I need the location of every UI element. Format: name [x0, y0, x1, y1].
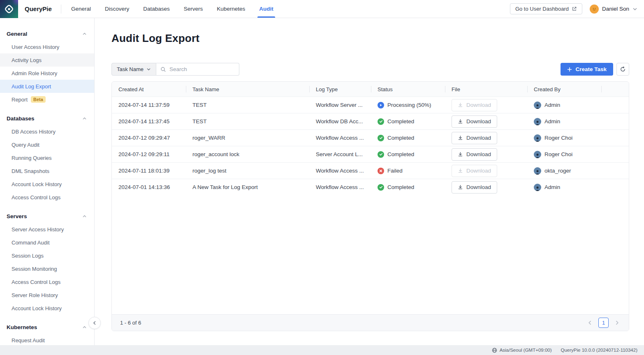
- sidebar-item-account-lock-history[interactable]: Account Lock History: [0, 178, 94, 191]
- page-title: Audit Log Export: [111, 32, 629, 45]
- search-filter-group: Task Name: [111, 63, 239, 76]
- previous-page-button[interactable]: [586, 319, 593, 326]
- sidebar-section-header-servers[interactable]: Servers: [0, 210, 94, 223]
- download-button[interactable]: Download: [452, 115, 497, 128]
- cell-task-name: TEST: [186, 113, 309, 129]
- table-header-row: Created AtTask NameLog TypeStatusFileCre…: [112, 82, 629, 97]
- cell-created-by: Roger Choi: [527, 146, 601, 162]
- sidebar-item-query-audit[interactable]: Query Audit: [0, 138, 94, 151]
- download-label: Download: [466, 135, 491, 141]
- chevron-up-icon: [82, 32, 87, 36]
- cell-created-by: okta_roger: [527, 163, 601, 179]
- cell-status: Completed: [371, 113, 445, 129]
- download-button[interactable]: Download: [452, 181, 497, 194]
- download-label: Download: [466, 118, 491, 124]
- nav-tab-servers[interactable]: Servers: [184, 0, 203, 18]
- creator-name: Admin: [544, 118, 560, 124]
- cell-created-at: 2024-07-12 09:29:11: [112, 146, 186, 162]
- creator-avatar: [534, 134, 541, 142]
- status-processing-icon: [378, 102, 384, 108]
- sidebar-item-access-control-logs[interactable]: Access Control Logs: [0, 275, 94, 288]
- sidebar: GeneralUser Access HistoryActivity LogsA…: [0, 18, 95, 345]
- current-page-button[interactable]: 1: [598, 318, 609, 328]
- user-name: Daniel Son: [602, 6, 629, 12]
- sidebar-item-session-logs[interactable]: Session Logs: [0, 249, 94, 262]
- table-row: 2024-07-12 09:29:47 roger_WARR Workflow …: [112, 129, 629, 146]
- cell-status: Processing (50%): [371, 97, 445, 113]
- cell-actions: [601, 130, 629, 146]
- nav-tab-general[interactable]: General: [71, 0, 91, 18]
- download-icon: [458, 168, 463, 173]
- cell-actions: [601, 163, 629, 179]
- nav-tab-databases[interactable]: Databases: [143, 0, 170, 18]
- download-button[interactable]: Download: [452, 99, 497, 111]
- querypie-logo-icon[interactable]: [0, 0, 18, 18]
- sidebar-item-dml-snapshots[interactable]: DML Snapshots: [0, 164, 94, 178]
- sidebar-section-header-kubernetes[interactable]: Kubernetes: [0, 320, 94, 334]
- sidebar-section-header-databases[interactable]: Databases: [0, 112, 94, 125]
- timezone-indicator[interactable]: Asia/Seoul (GMT+09:00): [492, 348, 552, 353]
- sidebar-item-label: Access Control Logs: [12, 194, 60, 201]
- cell-task-name: roger_log test: [186, 163, 309, 179]
- sidebar-item-access-control-logs[interactable]: Access Control Logs: [0, 191, 94, 204]
- refresh-icon: [620, 66, 626, 72]
- sidebar-item-server-access-history[interactable]: Server Access History: [0, 223, 94, 236]
- sidebar-collapse-button[interactable]: [88, 317, 101, 329]
- status-completed-icon: [378, 184, 384, 191]
- cell-created-at: 2024-07-12 09:29:47: [112, 130, 186, 146]
- search-input[interactable]: [169, 66, 231, 72]
- sidebar-item-running-queries[interactable]: Running Queries: [0, 151, 94, 164]
- table-row: 2024-07-11 18:01:39 roger_log test Workf…: [112, 162, 629, 179]
- cell-log-type: Workflow Access ...: [309, 130, 371, 146]
- person-icon: [535, 104, 540, 109]
- sidebar-item-label: Session Monitoring: [12, 266, 57, 272]
- download-button[interactable]: Download: [452, 132, 497, 144]
- download-button[interactable]: Download: [452, 148, 497, 161]
- sidebar-item-db-access-history[interactable]: DB Access History: [0, 125, 94, 138]
- filter-field-select[interactable]: Task Name: [111, 63, 156, 76]
- creator-avatar: [534, 151, 541, 158]
- sidebar-item-user-access-history[interactable]: User Access History: [0, 40, 94, 53]
- sidebar-item-session-monitoring[interactable]: Session Monitoring: [0, 262, 94, 275]
- sidebar-section-header-general[interactable]: General: [0, 27, 94, 40]
- person-icon: [535, 169, 540, 175]
- sidebar-item-label: Report: [12, 97, 28, 103]
- sidebar-item-label: Session Logs: [12, 253, 44, 259]
- sidebar-item-activity-logs[interactable]: Activity Logs: [0, 53, 94, 67]
- sidebar-item-server-role-history[interactable]: Server Role History: [0, 288, 94, 302]
- cell-actions: [601, 97, 629, 113]
- create-task-button[interactable]: Create Task: [561, 63, 613, 76]
- sidebar-item-label: Account Lock History: [12, 181, 62, 187]
- column-header-log-type: Log Type: [309, 82, 371, 97]
- sidebar-item-audit-log-export[interactable]: Audit Log Export: [0, 80, 94, 93]
- sidebar-item-admin-role-history[interactable]: Admin Role History: [0, 67, 94, 80]
- table-row: 2024-07-12 09:29:11 roger_account lock S…: [112, 146, 629, 162]
- go-to-user-dashboard-button[interactable]: Go to User Dashboard: [510, 3, 582, 14]
- cell-log-type: Workflow Access ...: [309, 163, 371, 179]
- cell-status: Completed: [371, 179, 445, 195]
- sidebar-item-report[interactable]: ReportBeta: [0, 93, 94, 106]
- sidebar-item-command-audit[interactable]: Command Audit: [0, 236, 94, 249]
- creator-name: Roger Choi: [544, 151, 572, 157]
- status-label: Completed: [387, 135, 414, 141]
- creator-name: okta_roger: [544, 168, 571, 174]
- download-button[interactable]: Download: [452, 165, 497, 177]
- status-label: Failed: [387, 168, 403, 174]
- section-label: Databases: [7, 115, 35, 122]
- create-task-label: Create Task: [575, 66, 607, 72]
- cell-status: Completed: [371, 130, 445, 146]
- cell-task-name: roger_account lock: [186, 146, 309, 162]
- user-menu[interactable]: Daniel Son: [590, 5, 637, 14]
- sidebar-item-account-lock-history[interactable]: Account Lock History: [0, 302, 94, 315]
- cell-file: Download: [445, 179, 527, 195]
- main-content: Audit Log Export Task Name Create Task: [95, 18, 644, 345]
- refresh-button[interactable]: [616, 63, 629, 76]
- nav-tab-discovery[interactable]: Discovery: [105, 0, 129, 18]
- next-page-button[interactable]: [614, 319, 621, 326]
- nav-tab-kubernetes[interactable]: Kubernetes: [217, 0, 245, 18]
- download-icon: [458, 184, 463, 190]
- nav-tab-audit[interactable]: Audit: [259, 0, 273, 18]
- sidebar-item-request-audit[interactable]: Request Audit: [0, 334, 94, 345]
- search-box: [156, 63, 239, 76]
- user-avatar: [590, 5, 599, 14]
